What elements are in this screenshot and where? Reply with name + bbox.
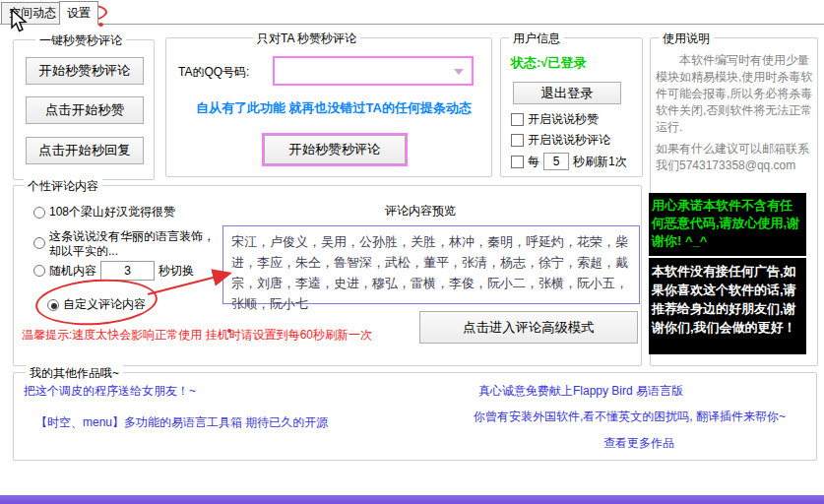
instant-like-label: 开启说说秒赞 [528, 111, 599, 128]
start-like-comment-button[interactable]: 开始秒赞秒评论 [26, 57, 144, 85]
plain-words-radio[interactable] [33, 237, 45, 249]
random-radio[interactable] [33, 265, 45, 277]
panel-only-ta-title: 只对TA 秒赞秒评论 [253, 31, 360, 47]
help-paragraph-2: 如果有什么建议可以邮箱联系我们5743173358@qq.com [656, 141, 813, 174]
radio-row-custom[interactable]: 自定义评论内容 [47, 296, 146, 313]
panel-user-info: 用户信息 状态:√已登录 退出登录 开启说说秒赞 开启说说秒评论 每 5 秒刷新… [500, 37, 643, 177]
start-ta-like-comment-button[interactable]: 开始秒赞秒评论 [264, 135, 406, 164]
panel-user-info-title: 用户信息 [509, 31, 564, 47]
link-naughty-program[interactable]: 把这个调皮的程序送给女朋友！~ [24, 383, 196, 400]
instant-comment-label: 开启说说秒评论 [528, 132, 610, 149]
link-flappy-bird[interactable]: 真心诚意免费献上Flappy Bird 易语言版 [478, 383, 683, 400]
panel-comment-content: 个性评论内容 108个梁山好汉觉得很赞 这条说说没有华丽的语言装饰，却以平实的.… [13, 185, 642, 366]
refresh-label-prefix: 每 [528, 154, 539, 170]
custom-comment-radio[interactable] [47, 299, 59, 311]
panel-help-title: 使用说明 [659, 31, 714, 47]
qq-number-label: TA的QQ号码: [178, 64, 249, 81]
panel-only-ta: 只对TA 秒赞秒评论 TA的QQ号码: 自从有了此功能 就再也没错过TA的任何提… [165, 37, 492, 177]
custom-comment-radio-label: 自定义评论内容 [63, 296, 146, 313]
checkbox-row-instant-like[interactable]: 开启说说秒赞 [511, 111, 599, 128]
panel-other-works: 我的其他作品哦~ 把这个调皮的程序送给女朋友！~ 【时空、menu】多功能的易语… [13, 372, 817, 461]
random-seconds-field[interactable]: 3 [100, 261, 155, 281]
comment-preview-box[interactable]: 宋江，卢俊义，吴用，公孙胜，关胜，林冲，秦明，呼延灼，花荣，柴进，李应，朱仝，鲁… [222, 225, 640, 304]
liangshan-radio[interactable] [33, 207, 45, 219]
promise-text: 用心承诺本软件不含有任何恶意代码,请放心使用,谢谢你! ^_^ [649, 193, 806, 258]
app-window: 空间动态 设置 一键秒赞秒评论 开始秒赞秒评论 点击开始秒赞 点击开始秒回复 只… [0, 0, 824, 504]
panel-help: 使用说明 本软件编写时有使用少量模块如精易模块,使用时杀毒软件可能会报毒,所以务… [650, 37, 818, 366]
qq-number-combobox[interactable] [273, 56, 474, 86]
panel-one-key-actions: 一键秒赞秒评论 开始秒赞秒评论 点击开始秒赞 点击开始秒回复 [13, 39, 155, 180]
liangshan-radio-label: 108个梁山好汉觉得很赞 [49, 204, 175, 220]
plain-words-radio-label: 这条说说没有华丽的语言装饰，却以平实的... [49, 229, 217, 259]
promo-black-panel: 用心承诺本软件不含有任何恶意代码,请放心使用,谢谢你! ^_^ 本软件没有接任何… [649, 193, 806, 354]
preview-label: 评论内容预览 [385, 203, 456, 220]
tabstrip-divider [0, 24, 824, 25]
advanced-mode-button[interactable]: 点击进入评论高级模式 [419, 311, 638, 344]
link-translate-plugin[interactable]: 你曾有安装外国软件,看不懂英文的困扰吗, 翻译插件来帮你~ [474, 409, 786, 425]
checkbox-row-refresh[interactable]: 每 5 秒刷新1次 [511, 153, 627, 170]
tab-settings[interactable]: 设置 [59, 1, 98, 25]
instant-comment-checkbox[interactable] [511, 134, 524, 147]
panel-one-key-title: 一键秒赞秒评论 [35, 32, 126, 49]
link-more-works[interactable]: 查看更多作品 [603, 435, 674, 452]
refresh-seconds-field[interactable]: 5 [543, 153, 569, 170]
bottom-purple-bar [0, 495, 824, 504]
radio-row-random[interactable]: 随机内容 3 秒切换 [33, 261, 194, 281]
refresh-checkbox[interactable] [511, 156, 524, 168]
instant-like-checkbox[interactable] [511, 113, 524, 126]
checkbox-row-instant-comment[interactable]: 开启说说秒评论 [511, 132, 610, 149]
link-menu-toolbox[interactable]: 【时空、menu】多功能的易语言工具箱 期待已久的开源 [35, 414, 328, 431]
ta-feature-hint: 自从有了此功能 就再也没错过TA的任何提条动态 [186, 99, 481, 117]
radio-row-plain-words[interactable]: 这条说说没有华丽的语言装饰，却以平实的... [33, 229, 217, 259]
start-like-button[interactable]: 点击开始秒赞 [26, 96, 144, 124]
panel-other-works-title: 我的其他作品哦~ [26, 365, 123, 382]
combobox-dropdown-icon[interactable] [454, 69, 464, 75]
radio-row-liangshan[interactable]: 108个梁山好汉觉得很赞 [33, 204, 175, 220]
login-status-text: 状态:√已登录 [511, 54, 586, 72]
panel-comment-title: 个性评论内容 [24, 178, 102, 195]
tab-space-feed[interactable]: 空间动态 [1, 2, 64, 24]
refresh-label-suffix: 秒刷新1次 [573, 154, 627, 170]
start-reply-button[interactable]: 点击开始秒回复 [26, 137, 144, 164]
logout-button[interactable]: 退出登录 [513, 82, 621, 104]
random-radio-prefix: 随机内容 [49, 263, 96, 280]
help-paragraph-1: 本软件编写时有使用少量模块如精易模块,使用时杀毒软件可能会报毒,所以务必将杀毒软… [656, 52, 813, 136]
speed-warning-text: 温馨提示:速度太快会影响正常使用 挂机时请设置到每60秒刷新一次 [22, 327, 372, 344]
no-ads-text: 本软件没有接任何广告,如果你喜欢这个软件的话,请推荐给身边的好朋友们,谢谢你们,… [649, 258, 806, 341]
random-radio-suffix: 秒切换 [158, 263, 194, 280]
